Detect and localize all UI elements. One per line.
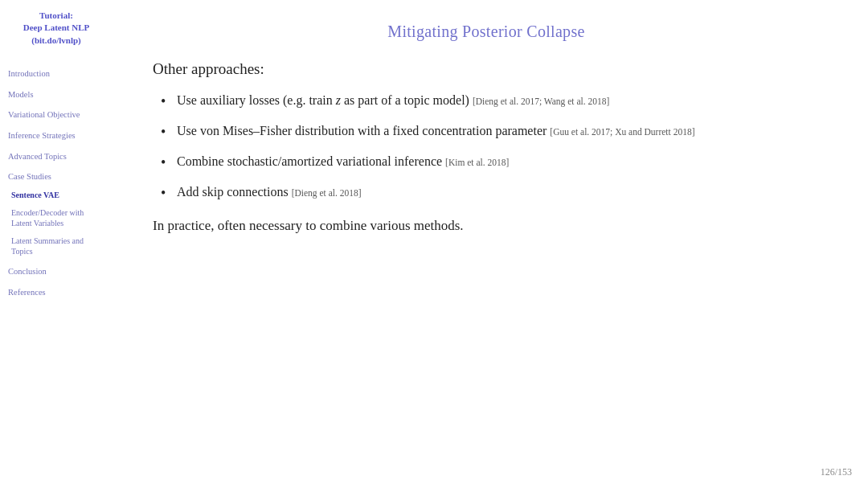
slide-title: Mitigating Posterior Collapse	[153, 23, 820, 41]
sidebar-item-conclusion[interactable]: Conclusion	[8, 264, 104, 280]
bullet-item-4: Add skip connections [Dieng et al. 2018]	[161, 182, 820, 202]
bullet-item-3: Combine stochastic/amortized variational…	[161, 152, 820, 171]
bullet-3-ref: [Kim et al. 2018]	[445, 158, 509, 167]
sidebar-item-inference-strategies[interactable]: Inference Strategies	[8, 128, 104, 144]
bullet-4-ref: [Dieng et al. 2018]	[292, 188, 362, 198]
sidebar-item-latent-summaries[interactable]: Latent Summaries and Topics	[8, 233, 104, 259]
sidebar-item-advanced-topics[interactable]: Advanced Topics	[8, 149, 104, 165]
bullet-1-italic: z	[336, 93, 341, 107]
bullet-item-1: Use auxiliary losses (e.g. train z as pa…	[161, 91, 820, 110]
sidebar-item-references[interactable]: References	[8, 285, 104, 301]
sidebar-item-introduction[interactable]: Introduction	[8, 66, 104, 82]
bullet-3-main: Combine stochastic/amortized variational…	[177, 154, 442, 168]
sidebar-item-sentence-vae[interactable]: Sentence VAE	[8, 187, 104, 203]
bullet-1-main: Use auxiliary losses (e.g. train z as pa…	[177, 93, 469, 107]
sidebar-item-variational-objective[interactable]: Variational Objective	[8, 107, 104, 123]
sidebar-section: Introduction Models Variational Objectiv…	[8, 66, 104, 300]
bullet-item-2: Use von Mises–Fisher distribution with a…	[161, 121, 820, 141]
summary-text: In practice, often necessary to combine …	[153, 218, 820, 234]
bullet-1-ref: [Dieng et al. 2017; Wang et al. 2018]	[473, 96, 609, 106]
bullet-2-main: Use von Mises–Fisher distribution with a…	[177, 124, 547, 137]
page-number: 126/153	[821, 466, 852, 478]
bullet-4-main: Add skip connections	[177, 185, 289, 199]
sidebar-item-case-studies[interactable]: Case Studies	[8, 169, 104, 185]
sidebar-item-encoder-decoder[interactable]: Encoder/Decoder with Latent Variables	[8, 205, 104, 231]
bullet-list: Use auxiliary losses (e.g. train z as pa…	[153, 91, 820, 202]
sidebar: Tutorial:Deep Latent NLP(bit.do/lvnlp) I…	[0, 0, 113, 488]
section-heading: Other approaches:	[153, 60, 820, 78]
main-content: Mitigating Posterior Collapse Other appr…	[113, 0, 868, 488]
sidebar-item-models[interactable]: Models	[8, 87, 104, 103]
bullet-2-ref: [Guu et al. 2017; Xu and Durrett 2018]	[550, 127, 694, 137]
sidebar-title: Tutorial:Deep Latent NLP(bit.do/lvnlp)	[8, 10, 104, 47]
